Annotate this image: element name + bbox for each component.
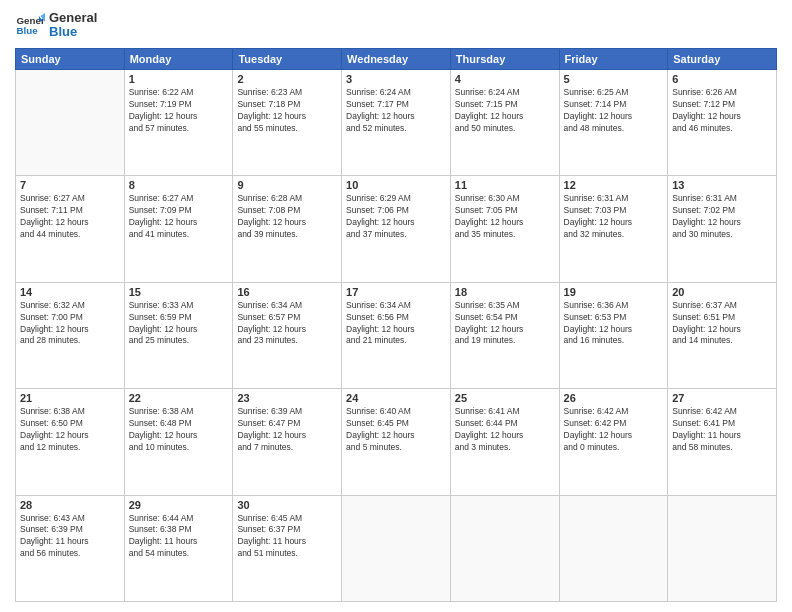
weekday-header: Saturday [668, 49, 777, 70]
logo-icon: General Blue [15, 10, 45, 40]
day-number: 21 [20, 392, 120, 404]
cell-info: Sunrise: 6:43 AM Sunset: 6:39 PM Dayligh… [20, 513, 120, 561]
weekday-header: Monday [124, 49, 233, 70]
day-number: 12 [564, 179, 664, 191]
calendar-table: SundayMondayTuesdayWednesdayThursdayFrid… [15, 48, 777, 602]
day-number: 20 [672, 286, 772, 298]
cell-info: Sunrise: 6:45 AM Sunset: 6:37 PM Dayligh… [237, 513, 337, 561]
cell-info: Sunrise: 6:44 AM Sunset: 6:38 PM Dayligh… [129, 513, 229, 561]
calendar-cell: 22Sunrise: 6:38 AM Sunset: 6:48 PM Dayli… [124, 389, 233, 495]
calendar-cell: 4Sunrise: 6:24 AM Sunset: 7:15 PM Daylig… [450, 70, 559, 176]
day-number: 10 [346, 179, 446, 191]
cell-info: Sunrise: 6:27 AM Sunset: 7:09 PM Dayligh… [129, 193, 229, 241]
cell-info: Sunrise: 6:22 AM Sunset: 7:19 PM Dayligh… [129, 87, 229, 135]
weekday-header: Tuesday [233, 49, 342, 70]
day-number: 25 [455, 392, 555, 404]
logo-general: General [49, 11, 97, 25]
calendar-cell: 26Sunrise: 6:42 AM Sunset: 6:42 PM Dayli… [559, 389, 668, 495]
day-number: 17 [346, 286, 446, 298]
calendar-cell: 29Sunrise: 6:44 AM Sunset: 6:38 PM Dayli… [124, 495, 233, 601]
cell-info: Sunrise: 6:42 AM Sunset: 6:41 PM Dayligh… [672, 406, 772, 454]
cell-info: Sunrise: 6:26 AM Sunset: 7:12 PM Dayligh… [672, 87, 772, 135]
day-number: 14 [20, 286, 120, 298]
calendar-cell: 28Sunrise: 6:43 AM Sunset: 6:39 PM Dayli… [16, 495, 125, 601]
calendar-cell: 13Sunrise: 6:31 AM Sunset: 7:02 PM Dayli… [668, 176, 777, 282]
calendar-row: 7Sunrise: 6:27 AM Sunset: 7:11 PM Daylig… [16, 176, 777, 282]
calendar-row: 14Sunrise: 6:32 AM Sunset: 7:00 PM Dayli… [16, 282, 777, 388]
calendar-cell: 9Sunrise: 6:28 AM Sunset: 7:08 PM Daylig… [233, 176, 342, 282]
day-number: 8 [129, 179, 229, 191]
cell-info: Sunrise: 6:24 AM Sunset: 7:15 PM Dayligh… [455, 87, 555, 135]
cell-info: Sunrise: 6:29 AM Sunset: 7:06 PM Dayligh… [346, 193, 446, 241]
cell-info: Sunrise: 6:27 AM Sunset: 7:11 PM Dayligh… [20, 193, 120, 241]
cell-info: Sunrise: 6:31 AM Sunset: 7:02 PM Dayligh… [672, 193, 772, 241]
cell-info: Sunrise: 6:38 AM Sunset: 6:50 PM Dayligh… [20, 406, 120, 454]
calendar-cell: 16Sunrise: 6:34 AM Sunset: 6:57 PM Dayli… [233, 282, 342, 388]
calendar-cell: 25Sunrise: 6:41 AM Sunset: 6:44 PM Dayli… [450, 389, 559, 495]
logo: General Blue General Blue [15, 10, 97, 40]
cell-info: Sunrise: 6:32 AM Sunset: 7:00 PM Dayligh… [20, 300, 120, 348]
weekday-header: Wednesday [342, 49, 451, 70]
calendar-cell: 15Sunrise: 6:33 AM Sunset: 6:59 PM Dayli… [124, 282, 233, 388]
cell-info: Sunrise: 6:28 AM Sunset: 7:08 PM Dayligh… [237, 193, 337, 241]
cell-info: Sunrise: 6:38 AM Sunset: 6:48 PM Dayligh… [129, 406, 229, 454]
day-number: 1 [129, 73, 229, 85]
cell-info: Sunrise: 6:36 AM Sunset: 6:53 PM Dayligh… [564, 300, 664, 348]
cell-info: Sunrise: 6:39 AM Sunset: 6:47 PM Dayligh… [237, 406, 337, 454]
calendar-cell [342, 495, 451, 601]
weekday-header: Thursday [450, 49, 559, 70]
calendar-cell: 19Sunrise: 6:36 AM Sunset: 6:53 PM Dayli… [559, 282, 668, 388]
day-number: 22 [129, 392, 229, 404]
calendar-row: 1Sunrise: 6:22 AM Sunset: 7:19 PM Daylig… [16, 70, 777, 176]
calendar-cell: 11Sunrise: 6:30 AM Sunset: 7:05 PM Dayli… [450, 176, 559, 282]
day-number: 16 [237, 286, 337, 298]
calendar-cell: 14Sunrise: 6:32 AM Sunset: 7:00 PM Dayli… [16, 282, 125, 388]
calendar-row: 21Sunrise: 6:38 AM Sunset: 6:50 PM Dayli… [16, 389, 777, 495]
day-number: 7 [20, 179, 120, 191]
calendar-cell: 20Sunrise: 6:37 AM Sunset: 6:51 PM Dayli… [668, 282, 777, 388]
day-number: 23 [237, 392, 337, 404]
calendar-cell: 6Sunrise: 6:26 AM Sunset: 7:12 PM Daylig… [668, 70, 777, 176]
cell-info: Sunrise: 6:40 AM Sunset: 6:45 PM Dayligh… [346, 406, 446, 454]
weekday-header: Friday [559, 49, 668, 70]
cell-info: Sunrise: 6:25 AM Sunset: 7:14 PM Dayligh… [564, 87, 664, 135]
cell-info: Sunrise: 6:33 AM Sunset: 6:59 PM Dayligh… [129, 300, 229, 348]
calendar-cell: 2Sunrise: 6:23 AM Sunset: 7:18 PM Daylig… [233, 70, 342, 176]
day-number: 9 [237, 179, 337, 191]
day-number: 28 [20, 499, 120, 511]
calendar-cell: 3Sunrise: 6:24 AM Sunset: 7:17 PM Daylig… [342, 70, 451, 176]
cell-info: Sunrise: 6:35 AM Sunset: 6:54 PM Dayligh… [455, 300, 555, 348]
day-number: 4 [455, 73, 555, 85]
calendar-cell: 10Sunrise: 6:29 AM Sunset: 7:06 PM Dayli… [342, 176, 451, 282]
calendar-cell: 17Sunrise: 6:34 AM Sunset: 6:56 PM Dayli… [342, 282, 451, 388]
logo-blue: Blue [49, 25, 97, 39]
weekday-header: Sunday [16, 49, 125, 70]
calendar-cell [16, 70, 125, 176]
calendar-cell: 5Sunrise: 6:25 AM Sunset: 7:14 PM Daylig… [559, 70, 668, 176]
calendar-cell: 21Sunrise: 6:38 AM Sunset: 6:50 PM Dayli… [16, 389, 125, 495]
calendar-header-row: SundayMondayTuesdayWednesdayThursdayFrid… [16, 49, 777, 70]
calendar-cell: 18Sunrise: 6:35 AM Sunset: 6:54 PM Dayli… [450, 282, 559, 388]
day-number: 19 [564, 286, 664, 298]
cell-info: Sunrise: 6:24 AM Sunset: 7:17 PM Dayligh… [346, 87, 446, 135]
cell-info: Sunrise: 6:30 AM Sunset: 7:05 PM Dayligh… [455, 193, 555, 241]
cell-info: Sunrise: 6:37 AM Sunset: 6:51 PM Dayligh… [672, 300, 772, 348]
calendar-row: 28Sunrise: 6:43 AM Sunset: 6:39 PM Dayli… [16, 495, 777, 601]
day-number: 11 [455, 179, 555, 191]
day-number: 18 [455, 286, 555, 298]
cell-info: Sunrise: 6:23 AM Sunset: 7:18 PM Dayligh… [237, 87, 337, 135]
day-number: 30 [237, 499, 337, 511]
calendar-cell: 12Sunrise: 6:31 AM Sunset: 7:03 PM Dayli… [559, 176, 668, 282]
page: General Blue General Blue SundayMondayTu… [0, 0, 792, 612]
cell-info: Sunrise: 6:34 AM Sunset: 6:56 PM Dayligh… [346, 300, 446, 348]
day-number: 27 [672, 392, 772, 404]
day-number: 3 [346, 73, 446, 85]
cell-info: Sunrise: 6:31 AM Sunset: 7:03 PM Dayligh… [564, 193, 664, 241]
calendar-cell: 27Sunrise: 6:42 AM Sunset: 6:41 PM Dayli… [668, 389, 777, 495]
cell-info: Sunrise: 6:41 AM Sunset: 6:44 PM Dayligh… [455, 406, 555, 454]
calendar-cell: 7Sunrise: 6:27 AM Sunset: 7:11 PM Daylig… [16, 176, 125, 282]
cell-info: Sunrise: 6:34 AM Sunset: 6:57 PM Dayligh… [237, 300, 337, 348]
day-number: 6 [672, 73, 772, 85]
header: General Blue General Blue [15, 10, 777, 40]
day-number: 15 [129, 286, 229, 298]
